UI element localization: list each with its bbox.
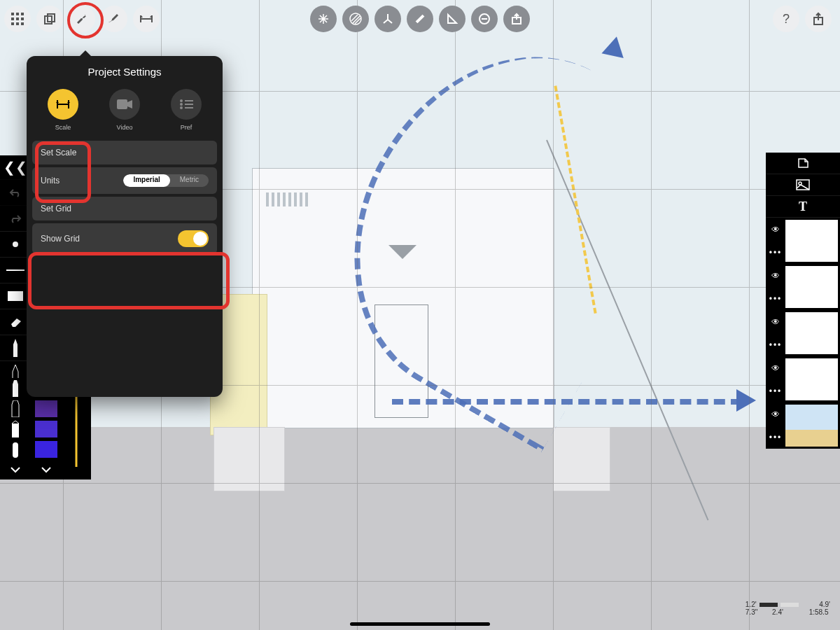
ruler-tool-button[interactable] <box>133 6 160 32</box>
row-label: Set Grid <box>41 204 71 214</box>
settings-wrench-button[interactable] <box>69 6 95 32</box>
more-icon[interactable]: ••• <box>769 248 783 258</box>
svg-rect-4 <box>16 18 19 20</box>
layer-item[interactable]: 👁••• <box>766 218 840 264</box>
eye-icon[interactable]: 👁 <box>771 363 780 373</box>
set-scale-row[interactable]: Set Scale <box>32 141 217 164</box>
layer-item[interactable]: 👁••• <box>766 264 840 310</box>
color-swatch[interactable] <box>31 398 62 419</box>
export-up-button[interactable] <box>503 6 530 32</box>
grid-tool-button[interactable] <box>4 6 31 32</box>
layer-thumbnail <box>785 405 838 447</box>
more-icon[interactable]: ••• <box>769 294 783 304</box>
layers-panel: T 👁••• 👁••• 👁••• 👁••• 👁••• <box>766 153 840 449</box>
svg-rect-18 <box>185 100 193 102</box>
cylinder-brush-button[interactable] <box>0 439 31 459</box>
layer-thumbnail <box>785 312 838 354</box>
svg-rect-16 <box>117 99 127 109</box>
scale-value: 1.2' <box>746 601 757 608</box>
layer-thumbnail <box>785 358 838 400</box>
svg-rect-24 <box>13 442 18 458</box>
tab-video[interactable]: Video <box>109 89 140 131</box>
svg-point-17 <box>180 99 183 102</box>
color-swatch[interactable] <box>31 439 62 459</box>
top-toolbar: ? <box>4 4 836 34</box>
units-option-imperial[interactable]: Imperial <box>123 174 169 187</box>
tab-label: Video <box>117 124 133 131</box>
svg-rect-23 <box>12 424 19 438</box>
home-indicator <box>350 622 490 626</box>
svg-rect-20 <box>185 104 193 105</box>
brush-tool-button[interactable] <box>101 6 127 32</box>
eye-icon[interactable]: 👁 <box>771 410 780 419</box>
hatch-button[interactable] <box>342 6 369 32</box>
angle-button[interactable] <box>439 6 465 32</box>
scale-value: 4.9' <box>819 601 830 608</box>
layer-item[interactable]: 👁••• <box>766 310 840 356</box>
layer-thumbnail <box>785 266 838 308</box>
row-label: Set Scale <box>41 148 76 158</box>
more-icon[interactable]: ••• <box>769 340 783 350</box>
svg-rect-1 <box>16 13 19 15</box>
svg-rect-5 <box>21 18 24 20</box>
row-label: Units <box>41 176 59 186</box>
svg-rect-0 <box>11 13 14 15</box>
more-icon[interactable]: ••• <box>769 433 783 442</box>
svg-point-21 <box>180 106 183 109</box>
svg-rect-3 <box>11 18 14 20</box>
add-image-button[interactable] <box>766 174 840 196</box>
help-button[interactable]: ? <box>773 6 799 32</box>
eye-icon[interactable]: 👁 <box>771 317 780 327</box>
svg-rect-6 <box>11 22 14 25</box>
svg-rect-8 <box>21 22 24 25</box>
marker-button[interactable] <box>0 398 31 419</box>
tab-scale[interactable]: Scale <box>48 89 78 131</box>
add-page-button[interactable] <box>766 153 840 174</box>
units-segmented-control[interactable]: Imperial Metric <box>123 174 209 187</box>
more-brushes-button[interactable] <box>0 459 31 479</box>
layer-item[interactable]: 👁••• <box>766 402 840 449</box>
scale-value: 2.4' <box>772 608 783 616</box>
tab-label: Scale <box>55 124 71 131</box>
svg-rect-7 <box>16 22 19 25</box>
svg-point-19 <box>180 103 183 106</box>
set-grid-row[interactable]: Set Grid <box>32 197 217 220</box>
show-grid-row: Show Grid <box>32 223 217 254</box>
move-3d-button[interactable] <box>310 6 337 32</box>
measure-button[interactable] <box>407 6 433 32</box>
eye-icon[interactable]: 👁 <box>771 271 780 281</box>
svg-rect-12 <box>416 15 425 24</box>
more-colors-button[interactable] <box>31 459 62 479</box>
layer-item[interactable]: 👁••• <box>766 356 840 402</box>
axis-button[interactable] <box>374 6 401 32</box>
svg-rect-22 <box>185 107 193 108</box>
text-icon: T <box>799 200 807 214</box>
copy-tool-button[interactable] <box>36 6 63 32</box>
eye-icon[interactable]: 👁 <box>771 225 780 234</box>
project-settings-popover: Project Settings Scale Video Pref Set Sc… <box>27 56 223 397</box>
scale-ratio: 1:58.5 <box>809 608 829 616</box>
color-swatch[interactable] <box>31 419 62 439</box>
layer-thumbnail <box>785 220 838 262</box>
tab-pref[interactable]: Pref <box>171 89 202 131</box>
subtract-button[interactable] <box>471 6 498 32</box>
popover-title: Project Settings <box>27 56 223 85</box>
more-icon[interactable]: ••• <box>769 386 783 396</box>
units-option-metric[interactable]: Metric <box>170 174 209 187</box>
tab-label: Pref <box>181 124 192 131</box>
share-button[interactable] <box>805 6 832 32</box>
help-icon: ? <box>783 12 790 27</box>
svg-rect-2 <box>21 13 24 15</box>
scale-readout: 1.2' 4.9' 7.3" 2.4' 1:58.5 <box>746 601 830 616</box>
highlighter-button[interactable] <box>0 419 31 439</box>
scale-value: 7.3" <box>746 608 757 616</box>
show-grid-toggle[interactable] <box>178 230 209 247</box>
row-label: Show Grid <box>41 234 80 244</box>
add-text-button[interactable]: T <box>766 196 840 218</box>
units-row: Units Imperial Metric <box>32 167 217 194</box>
